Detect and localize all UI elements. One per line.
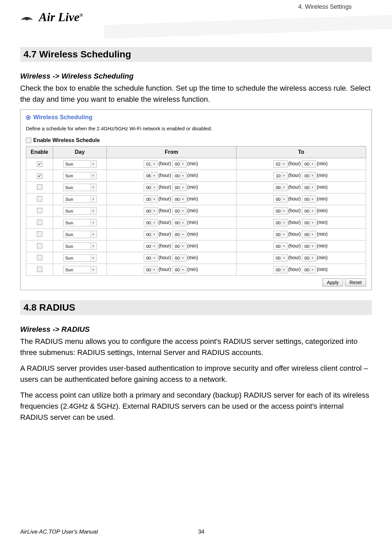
row-enable-checkbox[interactable] [37, 267, 42, 272]
table-row: Sun▾00▾(hour)00▾(min)00▾(hour)00▾(min) [26, 193, 366, 205]
hour-label: (hour) [288, 208, 301, 213]
hour-select[interactable]: 00▾ [144, 231, 158, 238]
hour-select[interactable]: 00▾ [273, 266, 288, 273]
min-select[interactable]: 00▾ [302, 254, 316, 262]
chevron-down-icon: ▾ [310, 196, 315, 202]
hour-select[interactable]: 00▾ [144, 207, 158, 215]
hour-select[interactable]: 06▾ [144, 172, 158, 179]
row-enable-checkbox[interactable] [37, 243, 42, 249]
wireless-scheduling-screenshot: Wireless Scheduling Define a schedule fo… [20, 109, 372, 290]
chevron-down-icon: ▾ [151, 267, 157, 273]
row-enable-checkbox[interactable] [37, 231, 42, 237]
reset-button[interactable]: Reset [345, 278, 366, 286]
min-select[interactable]: 00▾ [302, 231, 316, 238]
day-select[interactable]: Sun▾ [63, 231, 97, 238]
hour-label: (hour) [159, 184, 171, 190]
chevron-down-icon: ▾ [310, 161, 315, 167]
min-select[interactable]: 00▾ [172, 160, 186, 168]
min-select[interactable]: 00▾ [172, 195, 186, 203]
row-enable-checkbox[interactable] [37, 208, 42, 213]
hour-select[interactable]: 00▾ [273, 231, 288, 238]
min-select[interactable]: 00▾ [172, 172, 186, 179]
day-select[interactable]: Sun▾ [63, 160, 97, 168]
hour-select[interactable]: 00▾ [273, 219, 288, 226]
day-select[interactable]: Sun▾ [63, 207, 97, 215]
min-select[interactable]: 00▾ [302, 219, 316, 226]
day-select[interactable]: Sun▾ [63, 242, 97, 250]
hour-select[interactable]: 10▾ [273, 172, 288, 179]
min-select[interactable]: 00▾ [172, 219, 186, 226]
chevron-down-icon: ▾ [180, 220, 185, 226]
wifi-icon [20, 10, 34, 24]
day-select[interactable]: Sun▾ [63, 172, 97, 179]
row-enable-checkbox[interactable] [37, 173, 42, 179]
row-enable-checkbox[interactable] [37, 184, 42, 190]
day-select[interactable]: Sun▾ [63, 254, 97, 262]
svg-point-0 [26, 19, 28, 20]
day-select[interactable]: Sun▾ [63, 184, 97, 191]
hour-select[interactable]: 00▾ [273, 254, 288, 262]
day-select[interactable]: Sun▾ [63, 195, 97, 203]
chevron-down-icon: ▾ [90, 161, 96, 167]
min-label: (min) [187, 196, 198, 201]
min-select[interactable]: 00▾ [302, 195, 316, 203]
min-select[interactable]: 00▾ [172, 231, 186, 238]
chevron-down-icon: ▾ [281, 184, 287, 190]
min-select[interactable]: 00▾ [172, 242, 186, 250]
hour-select[interactable]: 00▾ [273, 207, 288, 215]
hour-select[interactable]: 00▾ [273, 242, 288, 250]
min-select[interactable]: 00▾ [172, 266, 186, 273]
chevron-down-icon: ▾ [310, 173, 315, 179]
chevron-down-icon: ▾ [151, 255, 157, 261]
chevron-down-icon: ▾ [281, 196, 287, 202]
min-select[interactable]: 00▾ [302, 266, 316, 273]
hour-select[interactable]: 00▾ [273, 184, 288, 191]
min-select[interactable]: 00▾ [172, 254, 186, 262]
day-select[interactable]: Sun▾ [63, 266, 97, 273]
min-label: (min) [187, 267, 198, 272]
min-label: (min) [187, 208, 198, 213]
min-select[interactable]: 00▾ [302, 172, 316, 179]
hour-label: (hour) [288, 173, 301, 178]
min-select[interactable]: 00▾ [302, 160, 316, 168]
hour-label: (hour) [288, 161, 301, 166]
min-label: (min) [317, 196, 328, 201]
chevron-down-icon: ▾ [90, 267, 96, 273]
chevron-down-icon: ▾ [180, 267, 185, 273]
section-48-p3: The access point can utilize both a prim… [20, 390, 372, 423]
apply-button[interactable]: Apply [322, 278, 343, 286]
min-select[interactable]: 00▾ [172, 207, 186, 215]
chevron-down-icon: ▾ [90, 173, 96, 179]
hour-select[interactable]: 00▾ [144, 195, 158, 203]
chevron-down-icon: ▾ [310, 243, 315, 249]
section-48-p1: The RADIUS menu allows you to configure … [20, 336, 372, 358]
enable-schedule-label: Enable Wireless Schedule [33, 137, 100, 143]
day-select[interactable]: Sun▾ [63, 219, 97, 226]
screenshot-title: Wireless Scheduling [33, 114, 92, 121]
hour-select[interactable]: 00▾ [144, 254, 158, 262]
min-label: (min) [187, 161, 198, 166]
min-select[interactable]: 00▾ [302, 207, 316, 215]
table-row: Sun▾01▾(hour)00▾(min)02▾(hour)00▾(min) [26, 158, 366, 170]
row-enable-checkbox[interactable] [37, 196, 42, 201]
row-enable-checkbox[interactable] [37, 220, 42, 225]
button-row: Apply Reset [26, 278, 366, 286]
min-label: (min) [317, 255, 328, 260]
hour-select[interactable]: 00▾ [273, 195, 288, 203]
hour-label: (hour) [288, 184, 301, 190]
hour-select[interactable]: 00▾ [144, 266, 158, 273]
chevron-down-icon: ▾ [90, 255, 96, 261]
hour-select[interactable]: 00▾ [144, 184, 158, 191]
logo-text: Air Live [39, 10, 80, 24]
row-enable-checkbox[interactable] [37, 162, 42, 167]
hour-select[interactable]: 00▾ [144, 242, 158, 250]
min-select[interactable]: 00▾ [302, 242, 316, 250]
hour-select[interactable]: 01▾ [144, 160, 158, 168]
hour-select[interactable]: 00▾ [144, 219, 158, 226]
enable-schedule-checkbox[interactable] [26, 138, 31, 143]
chevron-down-icon: ▾ [310, 220, 315, 226]
row-enable-checkbox[interactable] [37, 255, 42, 260]
min-select[interactable]: 00▾ [302, 184, 316, 191]
min-select[interactable]: 00▾ [172, 184, 186, 191]
hour-select[interactable]: 02▾ [273, 160, 288, 168]
